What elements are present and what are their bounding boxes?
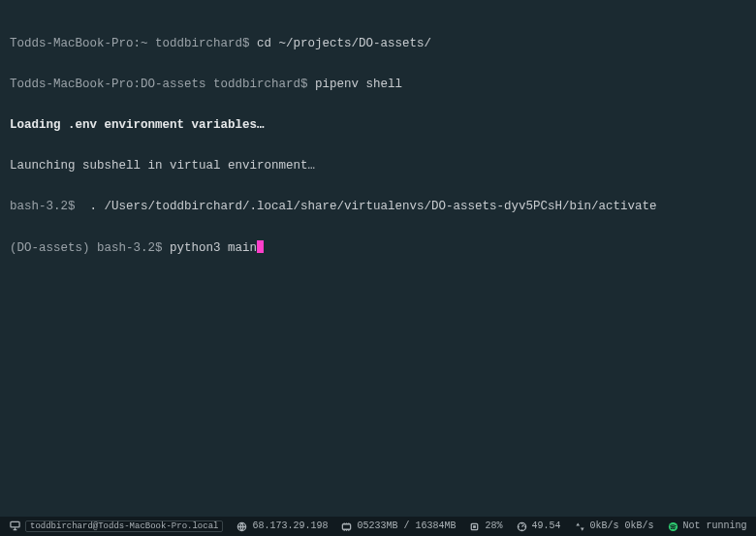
shell-command: . /Users/toddbirchard/.local/share/virtu… bbox=[90, 200, 657, 213]
shell-line: bash-3.2$ . /Users/toddbirchard/.local/s… bbox=[10, 200, 746, 213]
shell-prompt: (DO-assets) bash-3.2$ bbox=[10, 241, 170, 255]
computer-icon bbox=[10, 520, 20, 531]
temperature-icon bbox=[517, 521, 527, 532]
shell-prompt: Todds-MacBook-Pro:DO-assets toddbirchard… bbox=[10, 78, 315, 91]
status-cpu: 28% bbox=[469, 520, 502, 531]
spotify-icon bbox=[668, 521, 678, 532]
shell-command: python3 main bbox=[170, 241, 257, 255]
status-ip-label: 68.173.29.198 bbox=[252, 520, 328, 531]
status-memory-label: 05233MB / 16384MB bbox=[357, 520, 456, 531]
shell-line: Todds-MacBook-Pro:DO-assets toddbirchard… bbox=[10, 78, 746, 91]
statusbar: toddbirchard@Todds-MacBook-Pro.local 68.… bbox=[0, 517, 756, 536]
shell-line: Todds-MacBook-Pro:~ toddbirchard$ cd ~/p… bbox=[10, 37, 746, 50]
shell-output: Loading .env environment variables… bbox=[10, 118, 746, 132]
status-spotify-label: Not running bbox=[683, 520, 747, 531]
status-temp-label: 49.54 bbox=[532, 520, 561, 531]
shell-command: cd ~/projects/DO-assets/ bbox=[257, 37, 431, 50]
svg-rect-2 bbox=[343, 523, 351, 529]
svg-rect-4 bbox=[474, 525, 477, 528]
shell-command: pipenv shell bbox=[315, 78, 402, 91]
cursor bbox=[257, 240, 264, 253]
shell-line: (DO-assets) bash-3.2$ python3 main bbox=[10, 240, 746, 255]
traffic-icon bbox=[575, 521, 585, 532]
status-host-label: toddbirchard@Todds-MacBook-Pro.local bbox=[25, 520, 223, 532]
status-temp: 49.54 bbox=[517, 520, 561, 531]
status-memory: 05233MB / 16384MB bbox=[341, 520, 456, 531]
shell-prompt: Todds-MacBook-Pro:~ toddbirchard$ bbox=[10, 37, 257, 50]
terminal-output[interactable]: Todds-MacBook-Pro:~ toddbirchard$ cd ~/p… bbox=[10, 10, 746, 513]
svg-rect-0 bbox=[11, 522, 19, 528]
cpu-icon bbox=[469, 521, 480, 532]
status-network: 0kB/s 0kB/s bbox=[575, 520, 654, 531]
status-host: toddbirchard@Todds-MacBook-Pro.local bbox=[10, 520, 223, 532]
status-cpu-label: 28% bbox=[485, 520, 502, 531]
memory-icon bbox=[341, 521, 352, 532]
status-network-label: 0kB/s 0kB/s bbox=[590, 520, 654, 531]
shell-output: Launching subshell in virtual environmen… bbox=[10, 159, 746, 173]
status-spotify: Not running bbox=[668, 520, 747, 531]
globe-icon bbox=[236, 521, 247, 532]
shell-prompt: bash-3.2$ bbox=[10, 200, 90, 213]
status-ip: 68.173.29.198 bbox=[236, 520, 328, 531]
